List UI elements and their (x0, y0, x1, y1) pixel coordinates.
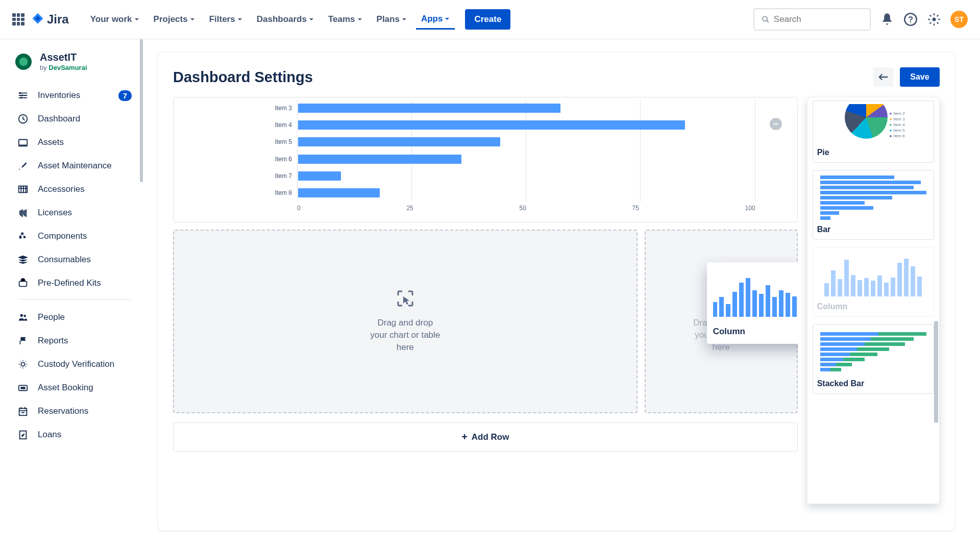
bar (298, 137, 500, 146)
svg-line-1 (767, 20, 769, 22)
app-subtitle: by DevSamurai (40, 64, 87, 71)
dropzone-large[interactable]: Drag and drop your chart or table here (173, 230, 638, 413)
sidebar-item-assets[interactable]: Assets (11, 132, 138, 153)
sidebar-icon (17, 207, 29, 218)
sidebar-item-accessories[interactable]: Accessories (11, 179, 138, 200)
sidebar-item-components[interactable]: Components (11, 226, 138, 247)
bar-label: Item 7 (266, 172, 292, 180)
stacked-bar-icon (817, 330, 929, 373)
palette-pie-label: Pie (817, 148, 929, 157)
hbar-icon (817, 173, 929, 222)
help-icon[interactable]: ? (903, 12, 918, 27)
sidebar-item-consumables[interactable]: Consumables (11, 249, 138, 270)
chevron-down-icon (445, 16, 450, 21)
bar-label: Item 8 (266, 189, 292, 196)
sidebar-icon (17, 429, 29, 440)
sidebar-icon (17, 254, 29, 265)
sidebar-item-people[interactable]: People (11, 307, 138, 328)
main-content: Dashboard Settings Save − (143, 39, 980, 551)
dropzone-small[interactable]: Drag and drop your pie chart here Column (645, 230, 798, 413)
palette-stacked-card[interactable]: Stacked Bar (813, 324, 934, 394)
app-vendor-link[interactable]: DevSamurai (48, 64, 87, 71)
bar (298, 171, 341, 181)
add-row-button[interactable]: + Add Row (173, 422, 798, 452)
arrow-left-icon (878, 73, 889, 81)
sidebar-icon (17, 406, 29, 417)
bar-label: Item 6 (266, 156, 292, 163)
drop-target-icon (396, 289, 414, 310)
column-icon (822, 254, 924, 296)
dragging-column-card[interactable]: Column (707, 262, 798, 344)
nav-apps[interactable]: Apps (416, 10, 455, 30)
sidebar-icon (17, 90, 29, 101)
sidebar-item-pre-defined-kits[interactable]: Pre-Defined Kits (11, 272, 138, 294)
save-button[interactable]: Save (900, 67, 939, 87)
sidebar-item-inventories[interactable]: Inventories7 (11, 85, 138, 106)
nav-filters[interactable]: Filters (204, 10, 248, 30)
palette-bar-card[interactable]: Bar (813, 170, 934, 240)
sidebar-item-custody-verification[interactable]: Custody Verification (11, 354, 138, 375)
chevron-down-icon (402, 17, 407, 22)
sidebar-icon (17, 231, 29, 242)
jira-logo[interactable]: Jira (31, 12, 69, 27)
chevron-down-icon (190, 17, 195, 22)
svg-point-7 (20, 97, 22, 99)
svg-rect-11 (19, 281, 27, 286)
sidebar-icon (17, 160, 29, 171)
nav-projects[interactable]: Projects (149, 10, 200, 30)
palette-scrollbar[interactable] (934, 321, 938, 423)
nav-plans[interactable]: Plans (372, 10, 412, 30)
sidebar-item-asset-maintenance[interactable]: Asset Maintenance (11, 155, 138, 177)
palette-column-card[interactable]: Column (813, 247, 934, 317)
sidebar-icon (17, 382, 29, 393)
pie-icon (845, 104, 888, 139)
avatar[interactable]: ST (950, 11, 968, 28)
bar-label: Item 4 (266, 121, 292, 129)
back-button[interactable] (873, 67, 894, 87)
sidebar: AssetIT by DevSamurai Inventories7Dashbo… (0, 39, 143, 551)
svg-text:?: ? (908, 15, 913, 24)
app-logo-icon (15, 54, 32, 70)
svg-point-0 (763, 16, 767, 21)
palette-stacked-label: Stacked Bar (817, 379, 929, 388)
settings-icon[interactable] (927, 12, 941, 27)
svg-rect-16 (20, 387, 25, 389)
svg-point-12 (20, 314, 23, 317)
app-switcher-icon[interactable] (12, 13, 24, 26)
bar-chart-widget: − Item 3Item 4Item 5Item 6Item 7Item 8 0… (173, 97, 798, 222)
sidebar-icon (17, 359, 29, 370)
svg-point-14 (21, 362, 24, 366)
sidebar-icon (17, 113, 29, 124)
nav-dashboards[interactable]: Dashboards (252, 10, 319, 30)
chevron-down-icon (134, 17, 139, 22)
bar (298, 120, 685, 130)
sidebar-item-licenses[interactable]: Licenses (11, 202, 138, 223)
search-box[interactable] (753, 8, 871, 31)
svg-point-6 (21, 94, 23, 96)
chart-palette: Item 2Item 3Item 4Item 5Item 6 Pie Bar (807, 97, 940, 504)
create-button[interactable]: Create (465, 9, 510, 30)
top-header: Jira Your workProjectsFiltersDashboardsT… (0, 0, 980, 39)
chevron-down-icon (309, 17, 314, 22)
nav-your-work[interactable]: Your work (85, 10, 144, 30)
search-input[interactable] (774, 14, 863, 24)
bar (298, 155, 461, 164)
page-title: Dashboard Settings (173, 69, 313, 86)
palette-bar-label: Bar (817, 225, 929, 234)
palette-pie-card[interactable]: Item 2Item 3Item 4Item 5Item 6 Pie (813, 101, 934, 163)
sidebar-item-dashboard[interactable]: Dashboard (11, 108, 138, 130)
sidebar-item-loans[interactable]: Loans (11, 424, 138, 445)
search-icon (762, 15, 770, 24)
dragging-card-label: Column (713, 327, 798, 337)
dropzone-large-text: Drag and drop your chart or table here (370, 317, 440, 353)
chevron-down-icon (237, 17, 242, 22)
app-header: AssetIT by DevSamurai (11, 52, 138, 71)
nav-teams[interactable]: Teams (323, 10, 368, 30)
palette-column-label: Column (817, 302, 929, 311)
svg-point-4 (933, 18, 936, 21)
notifications-icon[interactable] (880, 12, 894, 27)
sidebar-item-reports[interactable]: Reports (11, 330, 138, 352)
sidebar-item-asset-booking[interactable]: Asset Booking (11, 377, 138, 398)
sidebar-item-reservations[interactable]: Reservations (11, 400, 138, 422)
svg-rect-17 (19, 409, 27, 416)
